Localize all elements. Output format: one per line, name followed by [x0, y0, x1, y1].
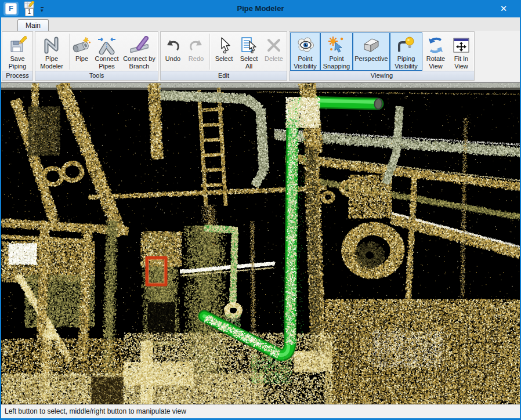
pipe-modeler-icon — [42, 35, 61, 55]
perspective-icon — [362, 35, 381, 55]
redo-icon — [187, 35, 205, 55]
viewport-3d-scene[interactable] — [1, 83, 520, 404]
redo-label: Redo — [189, 55, 204, 63]
select-all-button[interactable]: Select All — [236, 32, 262, 71]
delete-button[interactable]: Delete — [262, 32, 286, 71]
quick-access-dropdown-icon[interactable]: ▾ — [41, 7, 44, 14]
undo-button[interactable]: Undo — [161, 32, 184, 71]
connect-by-branch-icon — [130, 35, 149, 55]
ribbon-tab-row: Main — [1, 17, 520, 31]
delete-label: Delete — [265, 55, 283, 63]
save-piping-button[interactable]: Save Piping — [3, 32, 32, 71]
group-label-edit: Edit — [161, 71, 287, 80]
fit-in-view-button[interactable]: Fit In View — [449, 32, 473, 71]
delete-icon — [265, 35, 283, 55]
select-label: Select — [215, 55, 233, 63]
group-label-viewing: Viewing — [290, 71, 474, 80]
ribbon-separator — [209, 34, 210, 70]
connect-pipes-icon — [97, 35, 116, 55]
save-piping-icon — [8, 35, 27, 55]
titlebar: F 1 ▾ Pipe Modeler ✕ — [1, 0, 520, 17]
pipe-button[interactable]: Pipe — [71, 32, 92, 71]
pipe-label: Pipe — [75, 55, 88, 63]
point-snapping-label: Point Snapping — [321, 55, 352, 70]
status-text: Left button to select, middle/right butt… — [5, 407, 186, 415]
ribbon-separator — [69, 34, 70, 70]
pipe-icon — [73, 35, 91, 55]
window-title: Pipe Modeler — [1, 0, 520, 17]
save-piping-label: Save Piping — [3, 55, 31, 70]
connect-by-branch-button[interactable]: Connect by Branch — [121, 32, 157, 71]
pipe-modeler-window: F 1 ▾ Pipe Modeler ✕ — [0, 0, 521, 420]
point-visibility-toggle[interactable]: Point Visibility — [290, 32, 320, 71]
connect-pipes-button[interactable]: Connect Pipes — [92, 32, 121, 71]
piping-visibility-icon — [397, 35, 415, 55]
app-menu-label: F — [5, 3, 17, 15]
tab-main[interactable]: Main — [17, 19, 49, 31]
status-bar: Left button to select, middle/right butt… — [1, 404, 520, 418]
piping-visibility-toggle[interactable]: Piping Visibility — [390, 32, 422, 71]
pipe-modeler-label: Pipe Modeler — [37, 55, 67, 70]
perspective-toggle[interactable]: Perspective — [353, 32, 390, 71]
connect-pipes-label: Connect Pipes — [93, 55, 121, 70]
point-visibility-label: Point Visibility — [291, 55, 320, 70]
rotate-view-icon — [426, 35, 445, 55]
select-all-label: Select All — [237, 55, 261, 70]
fit-in-view-label: Fit In View — [450, 55, 473, 70]
perspective-label: Perspective — [354, 55, 388, 63]
pipe-modeler-button[interactable]: Pipe Modeler — [36, 32, 67, 71]
app-menu-button[interactable]: F — [3, 2, 19, 16]
redo-button[interactable]: Redo — [184, 32, 208, 71]
quick-access-number: 1 — [25, 8, 34, 16]
group-label-tools: Tools — [35, 71, 158, 80]
fit-in-view-icon — [452, 35, 471, 55]
undo-icon — [164, 35, 182, 55]
ribbon-group-viewing: Point Visibility — [289, 31, 475, 81]
ribbon-group-process: Save Piping Process — [2, 31, 33, 81]
connect-by-branch-label: Connect by Branch — [122, 55, 157, 70]
point-visibility-icon — [296, 35, 314, 55]
ribbon-group-edit: Undo Redo — [160, 31, 287, 81]
viewport — [1, 82, 520, 404]
point-snapping-toggle[interactable]: Point Snapping — [320, 32, 353, 71]
undo-label: Undo — [165, 55, 180, 63]
ribbon-group-tools: Pipe Modeler — [35, 31, 158, 81]
select-icon — [215, 35, 233, 55]
select-all-icon — [240, 35, 258, 55]
piping-visibility-label: Piping Visibility — [390, 55, 422, 70]
quick-access-item-1[interactable]: 1 — [23, 1, 37, 16]
group-label-process: Process — [2, 71, 32, 80]
ribbon: Save Piping Process — [1, 31, 520, 82]
close-button[interactable]: ✕ — [494, 0, 513, 17]
rotate-view-button[interactable]: Rotate View — [422, 32, 449, 71]
select-button[interactable]: Select — [212, 32, 236, 71]
point-snapping-icon — [327, 35, 346, 55]
rotate-view-label: Rotate View — [423, 55, 448, 70]
